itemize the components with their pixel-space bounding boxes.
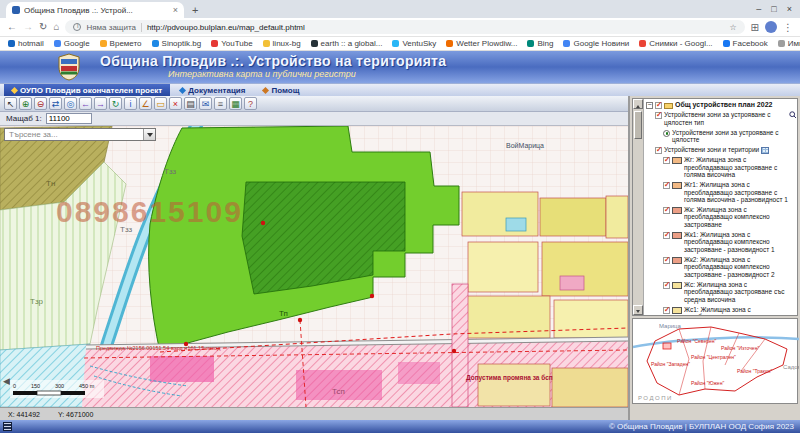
layer-item-checkbox[interactable] xyxy=(663,182,670,189)
help-tool-icon[interactable]: ? xyxy=(244,97,257,110)
scale-input[interactable] xyxy=(46,113,92,124)
measure-tool-icon[interactable]: ∠ xyxy=(139,97,152,110)
layer-item-row[interactable]: Жс1: Жилищна зона с преобладаващо застро… xyxy=(663,306,796,315)
print-tool-icon[interactable]: ▤ xyxy=(184,97,197,110)
window-maximize-button[interactable]: □ xyxy=(771,4,776,14)
bookmark-item[interactable]: hotmail xyxy=(8,39,44,48)
bookmark-item[interactable]: Импортиране о... xyxy=(778,39,800,48)
extensions-icon[interactable]: ⊞ xyxy=(751,22,759,33)
layer-group-color-row[interactable]: Устройствени зони за устрояване с цялост… xyxy=(655,111,796,126)
scroll-up-icon[interactable] xyxy=(633,99,643,109)
bookmark-item[interactable]: earth :: a global... xyxy=(311,39,383,48)
site-info-icon[interactable] xyxy=(73,23,81,31)
browser-tab[interactable]: Община Пловдив .:. Устрой... × xyxy=(6,2,184,18)
map-canvas[interactable]: ВойМарица Тн Тзз Тзз Тзр Тп Тсп 08986151… xyxy=(0,126,628,407)
menu-item-help[interactable]: Помощ xyxy=(255,84,307,96)
layer-group-zones-checkbox[interactable] xyxy=(655,147,662,154)
layer-item-checkbox[interactable] xyxy=(663,207,670,214)
bookmark-star-icon[interactable]: ☆ xyxy=(729,23,736,32)
layer-radio-button[interactable] xyxy=(663,130,670,137)
search-dropdown[interactable]: Търсене за... xyxy=(4,128,156,141)
layer-item-checkbox[interactable] xyxy=(663,232,670,239)
bookmark-item[interactable]: Wetter Plowdiw... xyxy=(446,39,517,48)
search-placeholder: Търсене за... xyxy=(9,130,58,139)
scalebar-tick: 0 xyxy=(13,383,16,389)
menu-item-oupo[interactable]: ОУПО Пловдив окончателен проект xyxy=(4,84,170,96)
coordinate-y: Y: 4671000 xyxy=(58,411,93,418)
tool-glyph: ✉ xyxy=(202,99,210,109)
minimap-drawing: Марица Садово РОДОПИ Район "Северен" Рай… xyxy=(633,319,799,403)
clear-selection-tool-icon[interactable]: × xyxy=(169,97,182,110)
tab-close-icon[interactable]: × xyxy=(173,5,178,15)
pan-tool-icon[interactable]: ⇄ xyxy=(49,97,62,110)
layer-root-checkbox[interactable] xyxy=(655,102,662,109)
home-button[interactable]: ⌂ xyxy=(53,22,59,32)
menu-item-icon xyxy=(262,86,269,93)
menu-item-documentation[interactable]: Документация xyxy=(172,84,253,96)
url-field[interactable]: Няма защита http://pdvoupo.bulplan.eu/ma… xyxy=(65,20,744,34)
bookmark-favicon xyxy=(100,40,107,47)
bookmark-item[interactable]: Google Новини xyxy=(563,39,629,48)
chevron-down-icon[interactable] xyxy=(143,129,155,140)
layer-item-row[interactable]: Жс: Жилищна зона с преобладаващо застроя… xyxy=(663,281,796,304)
layer-item-row[interactable]: Жк1: Жилищна зона с преобладаващо компле… xyxy=(663,231,796,254)
map-label-zone-tzr: Тзр xyxy=(30,297,44,306)
refresh-tool-icon[interactable]: ↻ xyxy=(109,97,122,110)
forward-button[interactable]: → xyxy=(23,22,33,32)
bookmark-item[interactable]: Google xyxy=(54,39,90,48)
tool-glyph: × xyxy=(173,99,178,109)
minimap-view-extent[interactable] xyxy=(663,343,671,349)
layer-group-color-checkbox[interactable] xyxy=(655,112,662,119)
layer-item-row[interactable]: Жк2: Жилищна зона с преобладаващо компле… xyxy=(663,256,796,279)
bookmark-item[interactable]: VentuSky xyxy=(392,39,436,48)
pan-left-arrow-icon[interactable]: ◀ xyxy=(3,376,10,386)
layer-item-row[interactable]: Жк: Жилищна зона с преобладаващо комплек… xyxy=(663,206,796,229)
footer-menu-icon[interactable] xyxy=(3,422,12,431)
identify-tool-icon[interactable]: i xyxy=(124,97,137,110)
layer-item-checkbox[interactable] xyxy=(663,307,670,314)
zoom-in-tool-icon[interactable]: ⊕ xyxy=(19,97,32,110)
layer-root-row[interactable]: Общ устройствен план 2022 xyxy=(646,101,796,109)
layer-item-label: Жс1: Жилищна зона с преобладаващо застро… xyxy=(684,306,796,315)
window-close-button[interactable]: × xyxy=(787,4,792,14)
bookmark-item[interactable]: linux-bg xyxy=(263,39,301,48)
legend-tool-icon[interactable]: ▦ xyxy=(229,97,242,110)
coordinates-bar: X: 441492 Y: 4671000 xyxy=(0,407,628,420)
layer-color-swatch xyxy=(672,157,682,164)
scroll-down-icon[interactable] xyxy=(633,305,643,315)
layers-tool-icon[interactable]: ≡ xyxy=(214,97,227,110)
collapse-icon[interactable] xyxy=(646,102,653,109)
next-extent-tool-icon[interactable]: → xyxy=(94,97,107,110)
overview-minimap[interactable]: Марица Садово РОДОПИ Район "Северен" Рай… xyxy=(632,318,798,404)
layer-item-checkbox[interactable] xyxy=(663,257,670,264)
select-area-tool-icon[interactable]: ▭ xyxy=(154,97,167,110)
bookmark-item[interactable]: Sinoptik.bg xyxy=(152,39,202,48)
layer-radio-row[interactable]: Устройствени зони за устрояване с цялост… xyxy=(663,129,796,144)
layer-group-zones-row[interactable]: Устройствени зони и територии xyxy=(655,146,796,154)
bookmark-favicon xyxy=(639,40,646,47)
layer-item-row[interactable]: Жг1: Жилищна зона с преобладаващо застро… xyxy=(663,181,796,204)
new-tab-button[interactable]: + xyxy=(184,4,206,18)
bookmark-item[interactable]: YouTube xyxy=(211,39,252,48)
legend-scrollbar[interactable] xyxy=(633,99,644,315)
zoom-out-tool-icon[interactable]: ⊖ xyxy=(34,97,47,110)
previous-extent-tool-icon[interactable]: ← xyxy=(79,97,92,110)
scroll-thumb[interactable] xyxy=(634,111,642,139)
legend-panel: Общ устройствен план 2022 Устройствени з… xyxy=(628,96,800,420)
bookmark-item[interactable]: Времето xyxy=(100,39,142,48)
export-tool-icon[interactable]: ✉ xyxy=(199,97,212,110)
bookmark-label: Google xyxy=(64,39,90,48)
reload-button[interactable]: ↻ xyxy=(39,22,47,32)
window-minimize-button[interactable]: – xyxy=(756,4,761,14)
full-extent-tool-icon[interactable]: ◎ xyxy=(64,97,77,110)
layer-item-checkbox[interactable] xyxy=(663,282,670,289)
profile-avatar[interactable] xyxy=(765,21,777,33)
browser-menu-icon[interactable]: ⋮ xyxy=(783,22,793,33)
bookmark-item[interactable]: Facebook xyxy=(723,39,768,48)
pointer-tool-icon[interactable]: ↖ xyxy=(4,97,17,110)
layer-item-checkbox[interactable] xyxy=(663,157,670,164)
bookmark-item[interactable]: Bing xyxy=(527,39,553,48)
back-button[interactable]: ← xyxy=(7,22,17,32)
bookmark-item[interactable]: Снимки - Googl... xyxy=(639,39,712,48)
layer-item-row[interactable]: Жг: Жилищна зона с преобладаващо застроя… xyxy=(663,156,796,179)
